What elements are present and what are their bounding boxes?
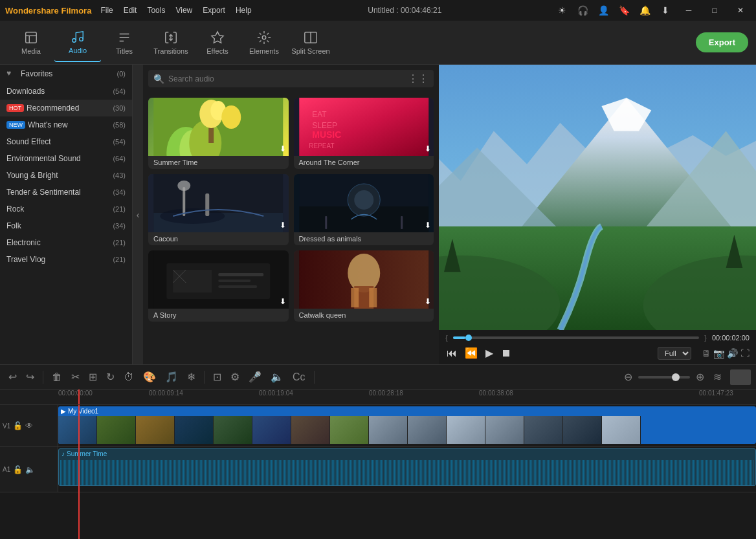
crop-button[interactable]: ⊞ [85, 369, 100, 385]
undo-button[interactable]: ↩ [5, 369, 20, 385]
quality-select[interactable]: Full 1/2 1/4 [658, 347, 691, 360]
play-backward-button[interactable]: ⏪ [463, 346, 479, 360]
minimize-button[interactable]: ─ [678, 3, 699, 18]
audio-card-dressed-animals[interactable]: ⬇ Dressed as animals [294, 174, 434, 245]
progress-handle[interactable] [465, 335, 472, 341]
sidebar-item-sound-effect[interactable]: Sound Effect (54) [0, 133, 132, 150]
toolbar-titles[interactable]: Titles [101, 23, 148, 62]
export-button[interactable]: Export [696, 32, 748, 52]
redo-button[interactable]: ↪ [23, 369, 38, 385]
toolbar-elements[interactable]: Elements [241, 23, 287, 62]
menu-view[interactable]: View [172, 5, 196, 16]
user-icon[interactable]: 👤 [595, 3, 611, 18]
zoom-handle[interactable] [672, 373, 680, 381]
panel-toggle-button[interactable] [730, 369, 751, 385]
go-start-button[interactable]: ⏮ [445, 346, 458, 360]
audio-card-catwalk-queen[interactable]: ⬇ Catwalk queen [294, 250, 434, 322]
menu-tools[interactable]: Tools [143, 5, 169, 16]
sidebar-item-electronic[interactable]: Electronic (21) [0, 234, 132, 251]
toolbar-transitions[interactable]: Transitions [148, 23, 194, 62]
audio-card-summer-time[interactable]: ⬇ Summer Time [148, 98, 289, 169]
audio-card-a-story[interactable]: ⬇ A Story [148, 250, 289, 322]
menu-export[interactable]: Export [199, 5, 229, 16]
toolbar-split-screen[interactable]: Split Screen [287, 23, 334, 62]
settings-button[interactable]: ⚙ [227, 369, 243, 385]
volume-icon[interactable]: 🔊 [727, 348, 738, 358]
empty-track-area [0, 492, 756, 531]
fullscreen-icon[interactable]: ⛶ [740, 348, 750, 358]
mic-button[interactable]: 🎤 [245, 369, 265, 385]
waveform-button[interactable]: ≋ [710, 369, 725, 385]
sidebar-item-whats-new[interactable]: NEW What's new (58) [0, 116, 132, 133]
track-eye-icon[interactable]: 👁 [25, 421, 33, 430]
sidebar-item-folk[interactable]: Folk (34) [0, 217, 132, 234]
zoom-out-button[interactable]: ⊖ [621, 369, 636, 385]
video-clip[interactable]: ▶ My Video1 [58, 406, 756, 444]
fit-button[interactable]: ⊡ [210, 369, 225, 385]
audio-clip[interactable]: ♪ Summer Time [58, 448, 756, 486]
sidebar-item-tender[interactable]: Tender & Sentimental (34) [0, 184, 132, 201]
freeze-button[interactable]: ❄ [184, 369, 199, 385]
camera-icon[interactable]: 📷 [713, 348, 724, 358]
play-button[interactable]: ▶ [484, 346, 495, 360]
voice-button[interactable]: 🔈 [267, 369, 287, 385]
ruler-mark-4: 00:00:38:08 [479, 390, 513, 397]
speed-button[interactable]: ⏱ [120, 369, 137, 385]
sidebar-item-travel-vlog[interactable]: Travel Vlog (21) [0, 251, 132, 268]
notification-icon[interactable]: 🔔 [637, 3, 652, 18]
sidebar-item-recommended[interactable]: HOT Recommended (30) [0, 100, 132, 116]
maximize-button[interactable]: □ [704, 3, 725, 18]
audio-card-around-corner[interactable]: EATSLEEPMUSICREPEAT ⬇ Around The Corner [294, 98, 434, 169]
headphone-icon[interactable]: 🎧 [575, 3, 590, 18]
audio-track-lock-icon[interactable]: 🔓 [13, 465, 23, 474]
track-lock-icon[interactable]: 🔓 [13, 421, 23, 430]
search-input[interactable] [168, 74, 404, 83]
ruler-playhead [78, 390, 80, 405]
rotation-button[interactable]: ↻ [103, 369, 118, 385]
download-icon[interactable]: ⬇ [658, 3, 673, 18]
dressed-animals-label: Dressed as animals [294, 232, 434, 245]
sidebar-item-favorites[interactable]: ♥ Favorites (0) [0, 65, 132, 83]
search-bar: 🔍 ⋮⋮ [148, 70, 434, 87]
sidebar-item-rock[interactable]: Rock (21) [0, 201, 132, 217]
color-button[interactable]: 🎨 [140, 369, 159, 385]
tender-label: Tender & Sentimental [6, 188, 113, 197]
delete-button[interactable]: 🗑 [49, 369, 65, 385]
sidebar-item-young-bright[interactable]: Young & Bright (43) [0, 167, 132, 184]
zoom-slider[interactable] [638, 376, 690, 379]
menu-edit[interactable]: Edit [120, 5, 141, 16]
cut-button[interactable]: ✂ [68, 369, 83, 385]
subtitle-button[interactable]: Cc [289, 369, 309, 385]
toolbar-audio[interactable]: Audio [54, 23, 101, 62]
around-corner-label: Around The Corner [294, 156, 434, 169]
toolbar-media[interactable]: Media [8, 23, 54, 62]
downloads-count: (54) [113, 87, 126, 95]
bookmark-icon[interactable]: 🔖 [616, 3, 632, 18]
panel-collapse-button[interactable]: ‹ [133, 65, 143, 364]
progress-track[interactable] [453, 336, 700, 339]
toolbar-effects[interactable]: Effects [194, 23, 241, 62]
screen-icon[interactable]: 🖥 [702, 348, 711, 358]
menu-help[interactable]: Help [232, 5, 256, 16]
grid-toggle-icon[interactable]: ⋮⋮ [408, 72, 428, 85]
thumb-15 [602, 416, 641, 444]
sound-effect-label: Sound Effect [6, 137, 113, 146]
young-bright-count: (43) [113, 171, 126, 179]
video-clip-label: ▶ My Video1 [58, 406, 756, 416]
audio-card-cacoun[interactable]: ⬇ Cacoun [148, 174, 289, 245]
menu-file[interactable]: File [96, 5, 117, 16]
rock-label: Rock [6, 204, 113, 214]
track-content-video: ▶ My Video1 [58, 405, 756, 446]
main-content: ♥ Favorites (0) Downloads (54) HOT Recom… [0, 65, 756, 364]
sidebar-item-downloads[interactable]: Downloads (54) [0, 83, 132, 100]
stop-button[interactable]: ⏹ [500, 346, 513, 360]
svg-point-13 [221, 105, 241, 129]
close-button[interactable]: ✕ [730, 3, 751, 18]
hot-badge: HOT [6, 104, 24, 112]
sidebar-item-environmental[interactable]: Environmental Sound (64) [0, 150, 132, 167]
brightness-icon[interactable]: ☀ [554, 3, 570, 18]
thumb-6 [252, 416, 291, 444]
zoom-in-button[interactable]: ⊕ [693, 369, 707, 385]
audio-button[interactable]: 🎵 [162, 369, 181, 385]
audio-track-vol-icon[interactable]: 🔈 [25, 465, 35, 474]
